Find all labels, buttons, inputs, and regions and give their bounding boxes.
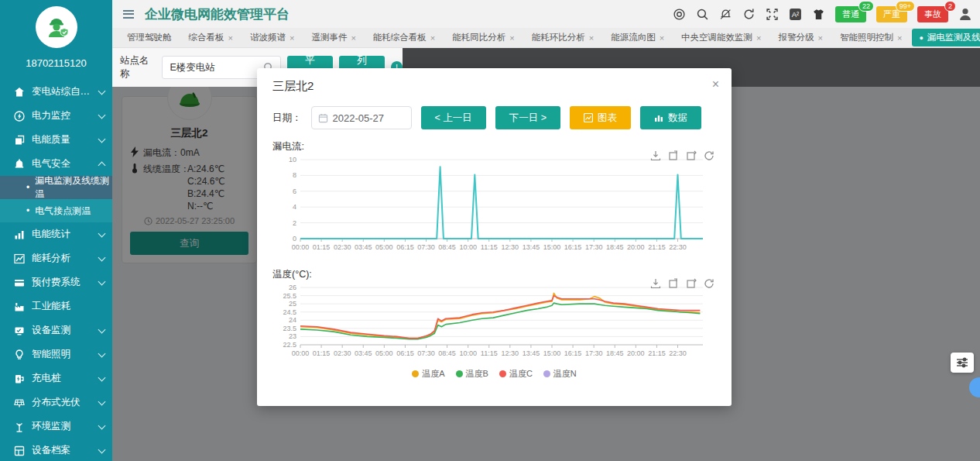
sidebar-item-environment[interactable]: 环境监测 [0, 415, 112, 439]
tab-报警分级[interactable]: 报警分级× [772, 29, 830, 46]
sidebar-item-energy-analysis[interactable]: 能耗分析 [0, 246, 112, 270]
refresh-chart-icon[interactable] [704, 278, 714, 289]
sidebar-subitem[interactable]: •电气接点测温 [0, 199, 112, 222]
close-tab-icon[interactable]: × [660, 33, 664, 43]
tab-综合看板[interactable]: 综合看板× [182, 29, 240, 46]
legend-item-温度C[interactable]: 温度C [499, 368, 533, 380]
sidebar-subitem[interactable]: •漏电监测及线缆测温 [0, 176, 112, 199]
sidebar-item-device-monitor[interactable]: 设备监测 [0, 318, 112, 342]
svg-text:00:00: 00:00 [292, 243, 310, 251]
hamburger-menu-icon[interactable] [123, 10, 134, 19]
user-icon[interactable] [958, 7, 972, 21]
chart-mode-button[interactable]: 图表 [570, 106, 631, 129]
tab-漏电监测及线缆测温[interactable]: ●漏电监测及线缆测温× [912, 29, 980, 46]
svg-text:11:15: 11:15 [481, 243, 498, 251]
restore-icon[interactable] [686, 278, 697, 289]
data-zoom-icon[interactable] [668, 278, 679, 289]
save-image-icon[interactable] [650, 150, 661, 161]
refresh-icon[interactable] [742, 8, 756, 21]
chevron-down-icon [98, 421, 106, 429]
svg-text:11:15: 11:15 [481, 349, 498, 357]
tab-能源流向图[interactable]: 能源流向图× [604, 29, 671, 46]
bell-off-icon[interactable] [719, 8, 732, 21]
svg-text:24: 24 [289, 316, 296, 324]
close-tab-icon[interactable]: × [430, 33, 435, 43]
charging-icon [14, 373, 25, 384]
sidebar-item-energy-stats[interactable]: 电能统计 [0, 222, 112, 246]
data-zoom-icon[interactable] [668, 150, 679, 161]
close-tab-icon[interactable]: × [290, 33, 294, 43]
close-tab-icon[interactable]: × [351, 33, 355, 43]
alarm-badge-normal[interactable]: 普通22 [835, 6, 866, 22]
sidebar-item-label: 能耗分析 [32, 252, 99, 265]
svg-text:12:30: 12:30 [502, 349, 519, 357]
sidebar-item-label: 设备档案 [32, 444, 99, 457]
sidebar-item-lighting[interactable]: 智能照明 [0, 342, 112, 366]
close-tab-icon[interactable]: × [818, 33, 823, 43]
refresh-chart-icon[interactable] [704, 150, 714, 161]
sidebar-item-power-quality[interactable]: 电能质量 [0, 128, 112, 152]
data-mode-button[interactable]: 数据 [640, 106, 701, 129]
restore-icon[interactable] [686, 150, 697, 161]
svg-text:10: 10 [289, 156, 296, 163]
tab-能耗同比分析[interactable]: 能耗同比分析× [445, 29, 521, 46]
close-tab-icon[interactable]: × [509, 33, 514, 43]
chart-toolbox [650, 278, 714, 289]
sidebar-item-power-monitor[interactable]: 电力监控 [0, 104, 112, 128]
prev-day-button[interactable]: < 上一日 [421, 106, 486, 129]
station-search-input[interactable] [163, 62, 263, 73]
temperature-plot[interactable]: 22.52323.52424.52525.52600:0001:1502:300… [272, 281, 716, 363]
sidebar-item-electrical-safety[interactable]: 电气安全 [0, 152, 112, 176]
alarm-badge-severe[interactable]: 严重99+ [876, 6, 907, 22]
theme-icon[interactable] [812, 8, 825, 21]
modal-title: 三层北2 [272, 79, 716, 94]
legend-item-温度N[interactable]: 温度N [543, 368, 577, 380]
legend-item-温度A[interactable]: 温度A [412, 368, 444, 380]
date-picker[interactable]: 2022-05-27 [311, 106, 412, 129]
sidebar-item-archive[interactable]: 设备档案 [0, 439, 112, 461]
translate-icon[interactable]: A² [789, 8, 802, 21]
close-tab-icon[interactable]: × [756, 33, 761, 43]
close-tab-icon[interactable]: × [589, 33, 594, 43]
sidebar-item-charging[interactable]: 充电桩 [0, 366, 112, 390]
avatar[interactable] [36, 6, 77, 48]
tab-遥测事件[interactable]: 遥测事件× [304, 29, 362, 46]
aim-icon[interactable] [673, 8, 686, 21]
tab-智能照明控制[interactable]: 智能照明控制× [833, 29, 909, 46]
search-icon[interactable] [696, 8, 709, 21]
svg-text:23: 23 [289, 332, 296, 340]
svg-text:03:45: 03:45 [355, 243, 372, 251]
svg-text:01:15: 01:15 [313, 349, 331, 357]
sidebar-item-pv[interactable]: 分布式光伏 [0, 390, 112, 415]
tab-中央空调能效监测[interactable]: 中央空调能效监测× [674, 29, 768, 46]
tab-谐波频谱[interactable]: 谐波频谱× [243, 29, 301, 46]
sidebar-item-substation[interactable]: 变电站综自系统 [0, 80, 112, 104]
tab-管理驾驶舱[interactable]: 管理驾驶舱 [120, 29, 179, 46]
close-icon[interactable]: × [712, 77, 719, 91]
next-day-button[interactable]: 下一日 > [495, 106, 560, 129]
sidebar: 18702115120 变电站综自系统电力监控电能质量电气安全•漏电监测及线缆测… [0, 0, 112, 461]
app-title: 企业微电网能效管理平台 [145, 5, 290, 23]
tab-能耗综合看板[interactable]: 能耗综合看板× [366, 29, 442, 46]
leak-current-plot[interactable]: 024681000:0001:1502:3003:4505:0006:1507:… [272, 153, 716, 257]
close-tab-icon[interactable]: × [228, 33, 233, 43]
legend-item-温度B[interactable]: 温度B [456, 368, 488, 380]
power-quality-icon [14, 135, 25, 146]
chevron-down-icon [98, 397, 106, 405]
settings-float-button[interactable] [951, 353, 974, 373]
date-controls: 日期： 2022-05-27 < 上一日 下一日 > 图表 数据 [272, 106, 716, 129]
svg-text:22:30: 22:30 [669, 349, 687, 357]
save-image-icon[interactable] [650, 278, 661, 289]
sidebar-item-prepaid[interactable]: 预付费系统 [0, 270, 112, 294]
close-tab-icon[interactable]: × [897, 33, 902, 43]
fullscreen-icon[interactable] [766, 8, 779, 21]
energy-stats-icon [14, 229, 25, 240]
alarm-badge-accident[interactable]: 事故2 [917, 6, 948, 22]
sidebar-item-industrial[interactable]: 工业能耗 [0, 294, 112, 318]
chart-toolbox [650, 150, 714, 161]
tab-能耗环比分析[interactable]: 能耗环比分析× [525, 29, 601, 46]
svg-text:20:00: 20:00 [627, 243, 645, 251]
svg-text:2: 2 [293, 219, 296, 227]
prepaid-icon [14, 277, 25, 288]
sidebar-item-label: 电能统计 [32, 228, 99, 241]
